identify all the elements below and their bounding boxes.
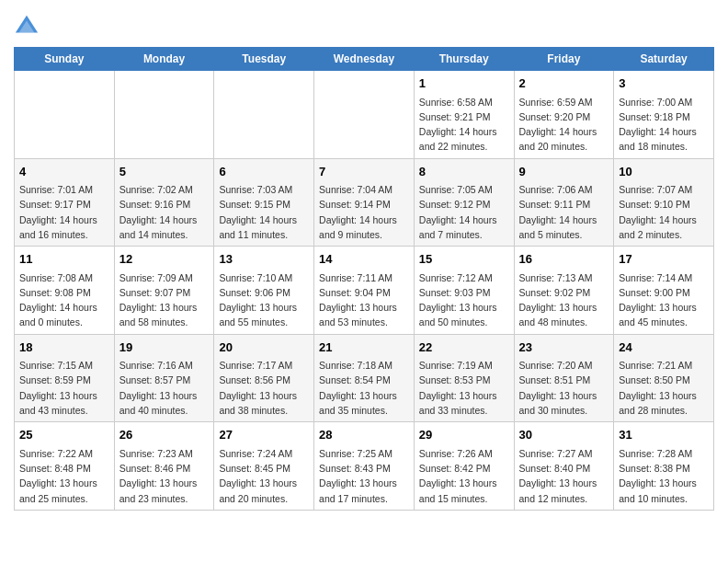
- calendar-cell: 2Sunrise: 6:59 AMSunset: 9:20 PMDaylight…: [514, 71, 614, 159]
- calendar-cell: [214, 71, 314, 159]
- calendar-cell: 9Sunrise: 7:06 AMSunset: 9:11 PMDaylight…: [514, 158, 614, 247]
- day-info: Sunrise: 7:09 AMSunset: 9:07 PMDaylight:…: [119, 270, 210, 330]
- column-header-saturday: Saturday: [614, 48, 714, 71]
- day-number: 28: [319, 426, 409, 444]
- calendar-cell: 28Sunrise: 7:25 AMSunset: 8:43 PMDayligh…: [314, 422, 415, 511]
- day-number: 3: [619, 75, 709, 93]
- day-info: Sunrise: 7:17 AMSunset: 8:56 PMDaylight:…: [219, 358, 309, 418]
- calendar-cell: 18Sunrise: 7:15 AMSunset: 8:59 PMDayligh…: [15, 334, 115, 422]
- calendar-week-row: 11Sunrise: 7:08 AMSunset: 9:08 PMDayligh…: [15, 247, 714, 335]
- day-number: 25: [19, 426, 109, 444]
- day-info: Sunrise: 7:03 AMSunset: 9:15 PMDaylight:…: [219, 182, 309, 242]
- calendar-cell: [15, 71, 115, 159]
- calendar-cell: 23Sunrise: 7:20 AMSunset: 8:51 PMDayligh…: [514, 334, 614, 422]
- day-info: Sunrise: 7:25 AMSunset: 8:43 PMDaylight:…: [319, 446, 409, 506]
- day-info: Sunrise: 7:21 AMSunset: 8:50 PMDaylight:…: [619, 358, 709, 418]
- day-info: Sunrise: 7:20 AMSunset: 8:51 PMDaylight:…: [519, 358, 609, 418]
- calendar-cell: 8Sunrise: 7:05 AMSunset: 9:12 PMDaylight…: [414, 158, 514, 247]
- day-info: Sunrise: 7:02 AMSunset: 9:16 PMDaylight:…: [119, 182, 210, 242]
- calendar-week-row: 1Sunrise: 6:58 AMSunset: 9:21 PMDaylight…: [15, 71, 714, 159]
- calendar-cell: 14Sunrise: 7:11 AMSunset: 9:04 PMDayligh…: [314, 247, 415, 335]
- day-info: Sunrise: 7:01 AMSunset: 9:17 PMDaylight:…: [19, 182, 109, 242]
- day-info: Sunrise: 7:26 AMSunset: 8:42 PMDaylight:…: [419, 446, 509, 506]
- day-number: 21: [319, 339, 409, 357]
- day-number: 12: [119, 250, 210, 269]
- calendar-cell: 10Sunrise: 7:07 AMSunset: 9:10 PMDayligh…: [614, 158, 714, 247]
- calendar-cell: 4Sunrise: 7:01 AMSunset: 9:17 PMDaylight…: [15, 158, 115, 247]
- calendar-cell: 16Sunrise: 7:13 AMSunset: 9:02 PMDayligh…: [514, 247, 614, 335]
- day-number: 11: [19, 250, 109, 269]
- column-header-tuesday: Tuesday: [214, 48, 314, 71]
- calendar-header-row: SundayMondayTuesdayWednesdayThursdayFrid…: [15, 48, 714, 71]
- calendar-cell: 29Sunrise: 7:26 AMSunset: 8:42 PMDayligh…: [414, 422, 514, 511]
- day-info: Sunrise: 7:19 AMSunset: 8:53 PMDaylight:…: [419, 358, 509, 418]
- day-info: Sunrise: 7:28 AMSunset: 8:38 PMDaylight:…: [619, 446, 709, 506]
- day-info: Sunrise: 7:16 AMSunset: 8:57 PMDaylight:…: [119, 358, 210, 418]
- day-number: 2: [519, 75, 609, 93]
- calendar-cell: 15Sunrise: 7:12 AMSunset: 9:03 PMDayligh…: [414, 247, 514, 335]
- calendar-cell: 1Sunrise: 6:58 AMSunset: 9:21 PMDaylight…: [414, 71, 514, 159]
- day-info: Sunrise: 7:15 AMSunset: 8:59 PMDaylight:…: [19, 358, 109, 418]
- day-number: 9: [519, 163, 609, 181]
- calendar-cell: 20Sunrise: 7:17 AMSunset: 8:56 PMDayligh…: [214, 334, 314, 422]
- calendar-cell: 3Sunrise: 7:00 AMSunset: 9:18 PMDaylight…: [614, 71, 714, 159]
- day-number: 5: [119, 163, 210, 181]
- day-number: 8: [419, 163, 509, 181]
- day-info: Sunrise: 7:24 AMSunset: 8:45 PMDaylight:…: [219, 446, 309, 506]
- day-number: 22: [419, 339, 509, 357]
- day-number: 26: [119, 426, 210, 444]
- day-number: 30: [519, 426, 609, 444]
- day-number: 18: [19, 339, 109, 357]
- calendar-table: SundayMondayTuesdayWednesdayThursdayFrid…: [14, 47, 714, 511]
- calendar-week-row: 25Sunrise: 7:22 AMSunset: 8:48 PMDayligh…: [15, 422, 714, 511]
- day-number: 10: [619, 163, 709, 181]
- calendar-cell: 19Sunrise: 7:16 AMSunset: 8:57 PMDayligh…: [114, 334, 214, 422]
- day-info: Sunrise: 7:22 AMSunset: 8:48 PMDaylight:…: [19, 446, 109, 506]
- day-info: Sunrise: 7:23 AMSunset: 8:46 PMDaylight:…: [119, 446, 210, 506]
- calendar-cell: 17Sunrise: 7:14 AMSunset: 9:00 PMDayligh…: [614, 247, 714, 335]
- calendar-week-row: 18Sunrise: 7:15 AMSunset: 8:59 PMDayligh…: [15, 334, 714, 422]
- day-number: 31: [619, 426, 709, 444]
- day-info: Sunrise: 7:11 AMSunset: 9:04 PMDaylight:…: [319, 270, 409, 330]
- day-info: Sunrise: 7:13 AMSunset: 9:02 PMDaylight:…: [519, 270, 609, 330]
- day-info: Sunrise: 6:58 AMSunset: 9:21 PMDaylight:…: [419, 95, 509, 155]
- day-info: Sunrise: 7:10 AMSunset: 9:06 PMDaylight:…: [219, 270, 309, 330]
- day-number: 20: [219, 339, 309, 357]
- header: [14, 9, 714, 40]
- calendar-cell: 13Sunrise: 7:10 AMSunset: 9:06 PMDayligh…: [214, 247, 314, 335]
- calendar-cell: [114, 71, 214, 159]
- day-number: 17: [619, 250, 709, 269]
- day-info: Sunrise: 7:05 AMSunset: 9:12 PMDaylight:…: [419, 182, 509, 242]
- calendar-cell: [314, 71, 415, 159]
- day-number: 16: [519, 250, 609, 269]
- day-number: 27: [219, 426, 309, 444]
- day-number: 24: [619, 339, 709, 357]
- calendar-cell: 25Sunrise: 7:22 AMSunset: 8:48 PMDayligh…: [15, 422, 115, 511]
- day-info: Sunrise: 7:14 AMSunset: 9:00 PMDaylight:…: [619, 270, 709, 330]
- logo-icon: [14, 14, 40, 40]
- column-header-sunday: Sunday: [15, 48, 115, 71]
- day-info: Sunrise: 7:04 AMSunset: 9:14 PMDaylight:…: [319, 182, 409, 242]
- column-header-thursday: Thursday: [414, 48, 514, 71]
- column-header-friday: Friday: [514, 48, 614, 71]
- calendar-cell: 21Sunrise: 7:18 AMSunset: 8:54 PMDayligh…: [314, 334, 415, 422]
- column-header-monday: Monday: [114, 48, 214, 71]
- day-number: 29: [419, 426, 509, 444]
- calendar-cell: 30Sunrise: 7:27 AMSunset: 8:40 PMDayligh…: [514, 422, 614, 511]
- calendar-cell: 31Sunrise: 7:28 AMSunset: 8:38 PMDayligh…: [614, 422, 714, 511]
- day-number: 14: [319, 250, 409, 269]
- calendar-cell: 27Sunrise: 7:24 AMSunset: 8:45 PMDayligh…: [214, 422, 314, 511]
- calendar-cell: 5Sunrise: 7:02 AMSunset: 9:16 PMDaylight…: [114, 158, 214, 247]
- logo: [14, 14, 43, 40]
- day-number: 7: [319, 163, 409, 181]
- day-number: 6: [219, 163, 309, 181]
- calendar-cell: 12Sunrise: 7:09 AMSunset: 9:07 PMDayligh…: [114, 247, 214, 335]
- day-number: 15: [419, 250, 509, 269]
- calendar-week-row: 4Sunrise: 7:01 AMSunset: 9:17 PMDaylight…: [15, 158, 714, 247]
- day-number: 13: [219, 250, 309, 269]
- day-info: Sunrise: 7:18 AMSunset: 8:54 PMDaylight:…: [319, 358, 409, 418]
- day-info: Sunrise: 6:59 AMSunset: 9:20 PMDaylight:…: [519, 95, 609, 155]
- calendar-cell: 7Sunrise: 7:04 AMSunset: 9:14 PMDaylight…: [314, 158, 415, 247]
- calendar-cell: 24Sunrise: 7:21 AMSunset: 8:50 PMDayligh…: [614, 334, 714, 422]
- day-number: 4: [19, 163, 109, 181]
